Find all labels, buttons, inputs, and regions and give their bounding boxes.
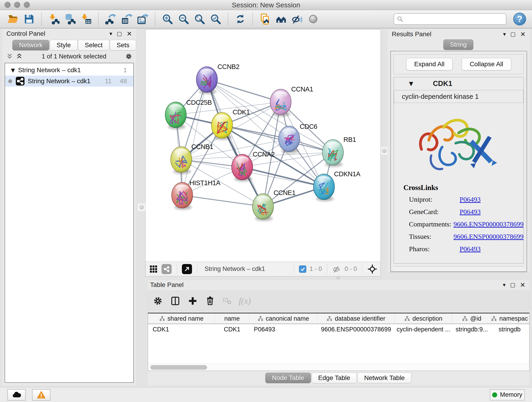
- tree-row-collection[interactable]: ▼String Network – cdk11: [5, 65, 133, 76]
- zoom-fit-button[interactable]: [192, 12, 207, 26]
- table-panel-header: Table Panel ▾ ▢ ✕: [148, 280, 530, 290]
- refresh-view-button[interactable]: [233, 12, 247, 26]
- tab-node-table[interactable]: Node Table: [265, 373, 311, 383]
- tab-edge-table[interactable]: Edge Table: [312, 373, 357, 383]
- grid-view-icon[interactable]: [149, 264, 158, 274]
- crosslink-link[interactable]: P06493: [460, 208, 481, 216]
- save-session-button[interactable]: [22, 12, 36, 26]
- import-network-file-button[interactable]: [47, 12, 61, 26]
- column-header-@id[interactable]: @id: [452, 313, 491, 324]
- import-network-database-button[interactable]: [63, 12, 77, 26]
- column-header-label: namespac: [499, 315, 528, 322]
- show-all-networks-button[interactable]: [274, 12, 288, 26]
- table-cell[interactable]: 9606.ENSP00000378699: [317, 324, 394, 335]
- hide-selected-button[interactable]: [290, 12, 304, 26]
- tree-expander-icon[interactable]: ▼: [11, 67, 15, 73]
- crosslink-link[interactable]: 9606.ENSP00000378699: [453, 233, 524, 240]
- search-field[interactable]: [394, 13, 506, 25]
- tab-sets[interactable]: Sets: [110, 40, 136, 51]
- zoom-selected-button[interactable]: [209, 12, 223, 26]
- table-cell[interactable]: cyclin-dependent ...: [394, 324, 452, 335]
- node-table: shared namenamecanonical namedatabase id…: [148, 313, 530, 371]
- column-header-canonical-name[interactable]: canonical name: [249, 313, 317, 324]
- table-cell[interactable]: P06493: [249, 324, 317, 335]
- column-header-database-identifier[interactable]: database identifier: [317, 313, 394, 324]
- selected-items-checkbox[interactable]: [299, 265, 306, 273]
- add-column-icon[interactable]: [187, 296, 198, 306]
- table-cell[interactable]: CDK1: [148, 324, 215, 335]
- expand-all-button[interactable]: Expand All: [406, 58, 452, 70]
- crosslink-row: Uniprot:P06493: [404, 196, 524, 203]
- collapse-all-icon[interactable]: [6, 53, 13, 60]
- table-horizontal-scrollbar[interactable]: [148, 364, 529, 370]
- zoom-fit-icon: [194, 13, 205, 25]
- table-cell-value: stringdb: [499, 326, 520, 333]
- hidden-eye-icon[interactable]: [332, 264, 341, 274]
- network-mode-button[interactable]: [162, 264, 172, 274]
- scrollbar-thumb[interactable]: [150, 365, 207, 370]
- close-panel-icon[interactable]: ✕: [520, 31, 526, 38]
- network-canvas[interactable]: CCNB2CCNA1CDC25BCDK1CDC6RB1CCNB1CCNA2CDK…: [146, 30, 380, 262]
- expand-all-icon[interactable]: [16, 53, 23, 60]
- tab-select[interactable]: Select: [78, 40, 109, 51]
- crosslink-row: Tissues:9606.ENSP00000378699: [404, 233, 524, 240]
- tree-row-network[interactable]: String Network – cdk11148: [5, 76, 133, 87]
- select-columns-icon[interactable]: [170, 296, 181, 306]
- memory-button[interactable]: Memory: [490, 389, 525, 400]
- edge-CCNB2-HIST1H1A[interactable]: [182, 80, 207, 195]
- tab-network[interactable]: Network: [12, 40, 49, 51]
- close-panel-icon[interactable]: ✕: [520, 281, 525, 289]
- clone-network-button[interactable]: [258, 12, 272, 26]
- tab-network-table[interactable]: Network Table: [357, 373, 411, 383]
- panel-menu-icon[interactable]: ▾: [503, 31, 506, 37]
- open-session-button[interactable]: [6, 12, 20, 26]
- zoom-in-button[interactable]: [160, 12, 175, 26]
- cloud-status-button[interactable]: [7, 389, 26, 401]
- annotation-mode-button[interactable]: [306, 12, 320, 26]
- float-panel-icon[interactable]: ▢: [117, 31, 122, 37]
- export-table-button[interactable]: [120, 12, 134, 26]
- warnings-button[interactable]: [32, 389, 51, 401]
- float-panel-icon[interactable]: ▢: [510, 31, 516, 37]
- table-settings-gear-icon[interactable]: [152, 296, 163, 306]
- gear-icon[interactable]: [125, 53, 133, 60]
- table-toolbar: f(x): [148, 291, 530, 311]
- panel-menu-icon[interactable]: ▾: [503, 282, 506, 288]
- search-input[interactable]: [403, 14, 506, 24]
- export-network-button[interactable]: [104, 12, 118, 26]
- table-row[interactable]: CDK1CDK1P064939606.ENSP00000378699cyclin…: [148, 324, 529, 335]
- collapse-all-button[interactable]: Collapse All: [462, 58, 511, 70]
- tab-style[interactable]: Style: [50, 40, 77, 51]
- crosshair-icon[interactable]: [367, 264, 377, 274]
- import-table-file-button[interactable]: [79, 12, 93, 26]
- float-panel-icon[interactable]: ▢: [510, 282, 515, 288]
- results-panel-header: Results Panel ▾ ▢ ✕: [388, 29, 530, 39]
- node-gloss: [175, 149, 188, 156]
- birds-eye-view-button[interactable]: [182, 264, 192, 274]
- column-header-shared-name[interactable]: shared name: [148, 313, 215, 324]
- help-button[interactable]: ?: [513, 13, 526, 26]
- close-panel-icon[interactable]: ✕: [127, 30, 132, 38]
- column-header-description[interactable]: description: [394, 313, 452, 324]
- collapse-entry-icon[interactable]: ▼: [409, 80, 413, 87]
- panel-menu-icon[interactable]: ▾: [109, 31, 112, 37]
- export-image-button[interactable]: [136, 12, 150, 26]
- edge-CCNB2-CCNA1[interactable]: [207, 80, 281, 102]
- table-cell[interactable]: stringdb: [491, 324, 528, 335]
- table-cell[interactable]: CDK1: [215, 324, 249, 335]
- crosslink-link[interactable]: 9606.ENSP00000378699: [453, 220, 524, 228]
- edge-HIST1H1A-CCNE1[interactable]: [182, 195, 263, 206]
- left-splitter-handle[interactable]: [138, 203, 146, 211]
- edge-CCNB2-CCNE1[interactable]: [207, 80, 263, 206]
- entry-header[interactable]: ▼ CDK1: [394, 77, 524, 90]
- column-type-icon: [491, 316, 497, 322]
- column-header-namespac[interactable]: namespac: [491, 313, 528, 324]
- table-cell[interactable]: stringdb:9...: [452, 324, 491, 335]
- delete-column-icon[interactable]: [205, 296, 215, 306]
- zoom-out-button[interactable]: [177, 12, 191, 26]
- tab-string[interactable]: String: [443, 39, 473, 50]
- column-header-name[interactable]: name: [215, 313, 249, 324]
- crosslink-link[interactable]: P06493: [460, 245, 481, 253]
- crosslink-link[interactable]: P06493: [460, 196, 481, 203]
- right-splitter-handle[interactable]: [381, 147, 388, 155]
